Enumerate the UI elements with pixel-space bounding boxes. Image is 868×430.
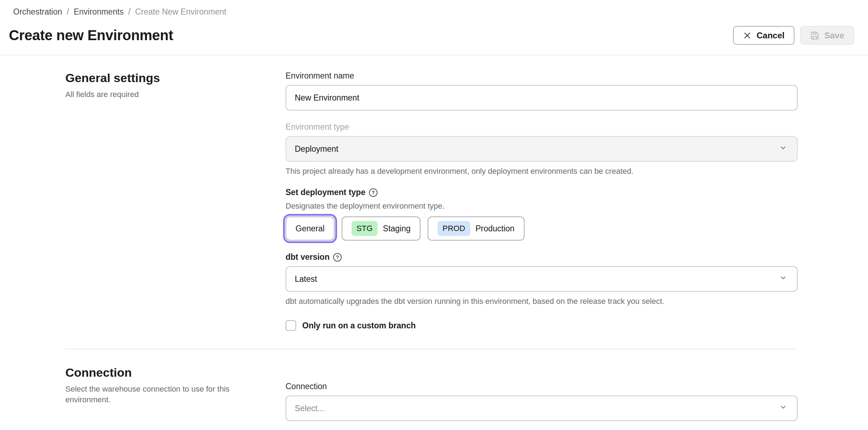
deployment-type-production-label: Production (476, 224, 515, 233)
deployment-type-options: General STG Staging PROD Production (286, 216, 798, 241)
breadcrumb-item-orchestration[interactable]: Orchestration (13, 7, 62, 17)
cancel-button-label: Cancel (756, 31, 785, 41)
environment-type-value: Deployment (295, 144, 338, 154)
connection-placeholder: Select... (295, 404, 324, 413)
general-settings-subheading: All fields are required (65, 89, 286, 100)
environment-name-field: Environment name (286, 71, 798, 111)
custom-branch-row: Only run on a custom branch (286, 320, 798, 331)
deployment-type-general-button[interactable]: General (286, 216, 335, 241)
breadcrumb-item-current: Create New Environment (135, 7, 226, 17)
environment-name-label: Environment name (286, 71, 798, 81)
dbt-version-label: dbt version ? (286, 252, 798, 262)
deployment-type-staging-button[interactable]: STG Staging (342, 216, 421, 241)
connection-field: Connection Select... (286, 382, 798, 421)
help-icon[interactable]: ? (369, 188, 378, 197)
general-settings-section-head: General settings All fields are required (65, 71, 286, 331)
production-badge: PROD (438, 221, 470, 236)
dbt-version-label-text: dbt version (286, 252, 330, 262)
environment-type-select: Deployment (286, 136, 798, 162)
deployment-type-label-text: Set deployment type (286, 188, 365, 197)
custom-branch-checkbox[interactable] (286, 320, 296, 331)
connection-label: Connection (286, 382, 798, 391)
connection-section-head: Connection Select the warehouse connecti… (65, 366, 286, 430)
connection-form: Connection Select... (286, 366, 798, 430)
dbt-version-field: dbt version ? Latest dbt automatically u… (286, 252, 798, 306)
section-divider (65, 349, 798, 349)
connection-heading: Connection (65, 366, 286, 380)
chevron-down-icon (779, 144, 787, 154)
deployment-type-description: Designates the deployment environment ty… (286, 201, 798, 211)
deployment-type-production-button[interactable]: PROD Production (428, 216, 525, 241)
connection-select[interactable]: Select... (286, 396, 798, 421)
staging-badge: STG (352, 221, 378, 236)
deployment-type-field: Set deployment type ? Designates the dep… (286, 188, 798, 241)
save-button-label: Save (824, 31, 844, 41)
dbt-version-select[interactable]: Latest (286, 266, 798, 292)
title-row: Create new Environment Cancel (0, 26, 868, 45)
page-header: Orchestration / Environments / Create Ne… (0, 0, 868, 55)
general-settings-form: Environment name Environment type Deploy… (286, 71, 798, 331)
dbt-version-value: Latest (295, 274, 317, 284)
close-icon (743, 31, 752, 40)
environment-type-field: Environment type Deployment This project… (286, 122, 798, 176)
chevron-down-icon (779, 274, 787, 284)
connection-subheading: Select the warehouse connection to use f… (65, 384, 243, 405)
environment-name-input[interactable] (286, 85, 798, 111)
deployment-type-general-label: General (295, 224, 325, 233)
breadcrumb: Orchestration / Environments / Create Ne… (0, 7, 868, 17)
breadcrumb-separator: / (128, 7, 130, 17)
page-title: Create new Environment (9, 27, 173, 43)
breadcrumb-item-environments[interactable]: Environments (74, 7, 124, 17)
chevron-down-icon (779, 403, 787, 413)
deployment-type-label: Set deployment type ? (286, 188, 798, 197)
save-button[interactable]: Save (800, 26, 854, 45)
help-icon[interactable]: ? (333, 253, 342, 262)
dbt-version-helper: dbt automatically upgrades the dbt versi… (286, 297, 798, 306)
breadcrumb-separator: / (67, 7, 69, 17)
header-actions: Cancel Save (733, 26, 854, 45)
general-settings-heading: General settings (65, 71, 286, 85)
save-icon (810, 31, 819, 40)
environment-type-helper: This project already has a development e… (286, 167, 798, 176)
custom-branch-label: Only run on a custom branch (302, 321, 416, 330)
environment-type-label: Environment type (286, 122, 798, 132)
deployment-type-staging-label: Staging (383, 224, 411, 233)
main-content: General settings All fields are required… (0, 55, 868, 430)
cancel-button[interactable]: Cancel (733, 26, 794, 45)
